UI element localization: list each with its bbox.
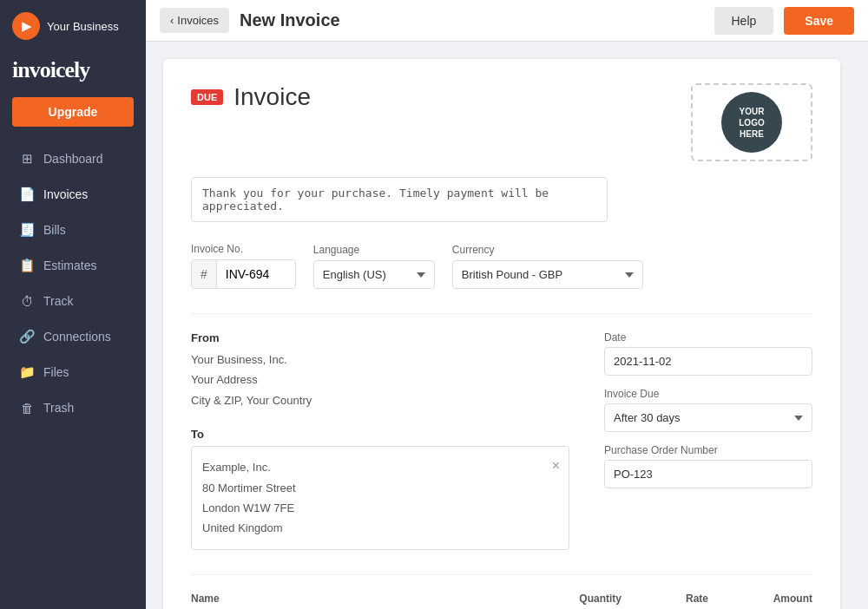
language-select[interactable]: English (US) French German Spanish: [313, 260, 435, 289]
help-button[interactable]: Help: [714, 7, 774, 35]
connections-icon: 🔗: [19, 329, 35, 344]
sidebar-item-trash[interactable]: 🗑 Trash: [5, 390, 141, 425]
upgrade-button[interactable]: Upgrade: [12, 97, 134, 127]
trash-icon: 🗑: [19, 400, 35, 416]
message-input[interactable]: Thank you for your purchase. Timely paym…: [191, 177, 608, 222]
invoices-icon: 📄: [19, 187, 35, 202]
invoice-no-wrap: #: [191, 259, 296, 289]
invoice-header: DUE Invoice YOURLOGOHERE: [191, 83, 812, 161]
sidebar-item-invoices[interactable]: 📄 Invoices: [5, 177, 141, 212]
sidebar-label-connections: Connections: [43, 330, 111, 344]
back-label: Invoices: [177, 14, 219, 27]
language-label: Language: [313, 244, 435, 256]
page-title: New Invoice: [240, 10, 703, 30]
main-area: ‹ Invoices New Invoice Help Save DUE Inv…: [146, 0, 868, 609]
sidebar-item-connections[interactable]: 🔗 Connections: [5, 319, 141, 354]
brand-area: ▶ Your Business: [0, 0, 146, 49]
track-icon: ⏱: [19, 293, 35, 309]
back-button[interactable]: ‹ Invoices: [160, 8, 229, 33]
invoice-no-group: Invoice No. #: [191, 243, 296, 289]
sidebar-item-dashboard[interactable]: ⊞ Dashboard: [5, 141, 141, 176]
from-label: From: [191, 331, 569, 344]
from-to-row: From Your Business, Inc. Your Address Ci…: [191, 331, 812, 550]
po-label: Purchase Order Number: [604, 444, 812, 456]
sidebar-label-dashboard: Dashboard: [43, 152, 103, 166]
col-amount-header: Amount: [717, 593, 812, 605]
sidebar-item-files[interactable]: 📁 Files: [5, 355, 141, 390]
sidebar-label-invoices: Invoices: [43, 187, 88, 201]
sidebar-label-track: Track: [43, 294, 73, 308]
invoice-no-label: Invoice No.: [191, 243, 296, 255]
topbar: ‹ Invoices New Invoice Help Save: [146, 0, 868, 42]
logo-area: invoicely: [0, 49, 146, 97]
logo-placeholder[interactable]: YOURLOGOHERE: [691, 83, 812, 161]
invoice-card: DUE Invoice YOURLOGOHERE Thank you for y…: [163, 59, 840, 609]
language-group: Language English (US) French German Span…: [313, 244, 435, 289]
divider-2: [191, 574, 812, 575]
dashboard-icon: ⊞: [19, 151, 35, 167]
brand-name: Your Business: [47, 20, 119, 33]
date-group: Date: [604, 331, 812, 376]
sidebar-item-bills[interactable]: 🧾 Bills: [5, 213, 141, 247]
col-qty-header: Quantity: [543, 593, 630, 605]
sidebar-label-files: Files: [43, 365, 69, 379]
sidebar-label-trash: Trash: [43, 401, 74, 415]
estimates-icon: 📋: [19, 258, 35, 273]
sidebar: ▶ Your Business invoicely Upgrade ⊞ Dash…: [0, 0, 146, 609]
sidebar-item-track[interactable]: ⏱ Track: [5, 284, 141, 318]
logo-circle: YOURLOGOHERE: [721, 92, 782, 153]
divider-1: [191, 313, 812, 314]
due-select[interactable]: After 30 days After 15 days On receipt: [604, 403, 812, 432]
invoice-title-row: DUE Invoice: [191, 83, 311, 111]
currency-label: Currency: [452, 244, 643, 256]
bills-icon: 🧾: [19, 222, 35, 238]
sidebar-label-estimates: Estimates: [43, 259, 96, 272]
items-header: Name Quantity Rate Amount: [191, 593, 812, 605]
po-group: Purchase Order Number: [604, 444, 812, 488]
save-button[interactable]: Save: [784, 7, 854, 35]
date-section: Date Invoice Due After 30 days After 15 …: [604, 331, 812, 550]
brand-icon: ▶: [12, 12, 40, 40]
due-badge: DUE: [191, 89, 223, 105]
files-icon: 📁: [19, 364, 35, 380]
meta-row: Invoice No. # Language English (US) Fren…: [191, 243, 812, 289]
from-text: Your Business, Inc. Your Address City & …: [191, 350, 569, 410]
back-icon: ‹: [170, 14, 174, 27]
from-section: From Your Business, Inc. Your Address Ci…: [191, 331, 569, 550]
content-area: DUE Invoice YOURLOGOHERE Thank you for y…: [146, 42, 868, 609]
col-rate-header: Rate: [630, 593, 717, 605]
due-group: Invoice Due After 30 days After 15 days …: [604, 388, 812, 432]
currency-group: Currency British Pound - GBP US Dollar -…: [452, 244, 643, 289]
invoice-title: Invoice: [233, 83, 311, 111]
date-label: Date: [604, 331, 812, 344]
po-input[interactable]: [604, 460, 812, 488]
sidebar-nav: ⊞ Dashboard 📄 Invoices 🧾 Bills 📋 Estimat…: [0, 141, 146, 426]
sidebar-item-estimates[interactable]: 📋 Estimates: [5, 248, 141, 283]
to-close[interactable]: ×: [552, 454, 560, 479]
invoice-no-input[interactable]: [217, 260, 295, 288]
to-label: To: [191, 428, 569, 441]
currency-select[interactable]: British Pound - GBP US Dollar - USD Euro…: [452, 260, 643, 289]
hash-prefix: #: [192, 260, 217, 288]
date-input[interactable]: [604, 347, 812, 376]
logo-text: invoicely: [12, 57, 89, 82]
sidebar-label-bills: Bills: [43, 223, 66, 237]
to-box[interactable]: × Example, Inc. 80 Mortimer Street Londo…: [191, 446, 569, 550]
col-name-header: Name: [191, 593, 543, 605]
due-label: Invoice Due: [604, 388, 812, 400]
